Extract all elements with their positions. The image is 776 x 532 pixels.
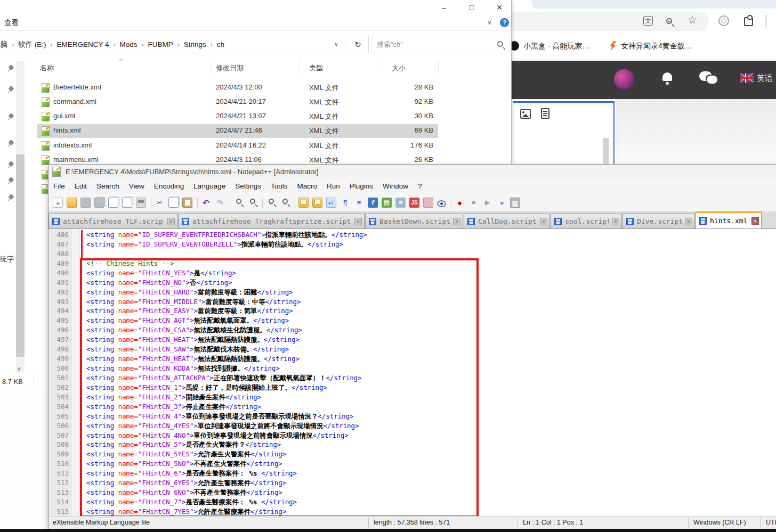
tab-attachfirehose-tlf-script[interactable]: attachfirehose_TLF.script✕ — [48, 214, 177, 228]
word-wrap-icon[interactable]: ↵ — [326, 198, 336, 208]
refresh-button[interactable]: ↻ — [347, 36, 369, 53]
menu-view[interactable]: View — [124, 179, 149, 193]
tab-hints-xml[interactable]: hints.xml✕ — [696, 211, 762, 228]
menu-file[interactable]: File — [48, 179, 70, 193]
menu-language[interactable]: Language — [189, 179, 230, 193]
language-selector[interactable]: 英语 — [757, 73, 773, 84]
menu-macro[interactable]: Macro — [293, 179, 322, 193]
zoom-out-icon[interactable]: − — [280, 198, 290, 208]
redo-icon[interactable]: ↷ — [215, 198, 225, 208]
tab-close-icon[interactable]: ✕ — [612, 218, 619, 225]
save-macro-icon[interactable]: ▦ — [510, 198, 520, 208]
ribbon-collapse-chevron-icon[interactable]: ∨ — [487, 19, 492, 26]
replace-icon[interactable] — [247, 198, 257, 208]
breadcrumb-chevron-icon[interactable]: › — [206, 41, 217, 48]
menu-[interactable]: ? — [413, 179, 427, 193]
breadcrumb-chevron-icon[interactable]: › — [7, 41, 18, 48]
document-tool-icon[interactable] — [541, 108, 549, 119]
menu-settings[interactable]: Settings — [230, 179, 266, 193]
stop-macro-icon[interactable]: ■ — [468, 198, 479, 208]
file-row[interactable]: command.xml2024/4/21 20:17XML 文件92 KB — [37, 95, 438, 109]
document-list-icon[interactable]: ≡ — [395, 198, 406, 208]
run-macro-multiple-icon[interactable]: » — [496, 198, 506, 208]
tab-calldog-script[interactable]: CallDog.script✕ — [464, 214, 550, 228]
tab-attachfirehose-tragkraftspritze-script[interactable]: attachfirehose_Tragkraftspritze.script✕ — [178, 214, 365, 228]
play-macro-icon[interactable]: ▶ — [482, 198, 492, 208]
pinned-item-icon[interactable] — [5, 193, 15, 203]
zoom-out-icon[interactable] — [666, 18, 672, 24]
menu-edit[interactable]: Edit — [70, 179, 92, 193]
user-avatar[interactable] — [614, 69, 634, 89]
column-date[interactable]: 修改日期 — [216, 63, 244, 73]
address-dropdown-icon[interactable]: ∨ — [334, 36, 338, 53]
pinned-item-icon[interactable] — [5, 85, 15, 95]
panel-scrollbar[interactable] — [603, 138, 609, 168]
tab-cool-script[interactable]: cool.script✕ — [551, 214, 622, 228]
breadcrumb-segment[interactable]: ch — [217, 40, 224, 48]
paste-icon[interactable] — [182, 198, 192, 208]
column-name[interactable]: 名称 — [40, 63, 54, 73]
menu-plugins[interactable]: Plugins — [345, 179, 378, 193]
notepadpp-titlebar[interactable]: E:\EMERGENCY 4\Mods\FUBMP\Strings\ch\hin… — [48, 165, 776, 179]
image-tool-icon[interactable] — [520, 109, 531, 119]
maximize-button[interactable]: □ — [459, 1, 484, 14]
tab-dive-script[interactable]: Dive.script✕ — [623, 214, 695, 228]
search-box[interactable]: 搜索"ch" — [371, 36, 510, 53]
menu-tools[interactable]: Tools — [266, 179, 293, 193]
indent-guide-icon[interactable]: ≡ — [354, 198, 364, 208]
file-row[interactable]: Bieberfelde.xml2024/4/3 12:00XML 文件28 KB — [37, 81, 438, 95]
breadcrumb-chevron-icon[interactable]: › — [138, 41, 148, 48]
pinned-item-icon[interactable] — [5, 176, 15, 186]
browser-tab[interactable] — [532, 0, 776, 9]
close-doc-icon[interactable] — [108, 198, 118, 208]
record-macro-icon[interactable]: ● — [455, 198, 465, 208]
messages-chat-icon[interactable] — [699, 71, 717, 84]
print-icon[interactable] — [136, 198, 146, 208]
save-all-icon[interactable] — [94, 198, 104, 208]
tab-close-icon[interactable]: ✕ — [453, 218, 460, 225]
find-icon[interactable] — [233, 198, 244, 208]
save-icon[interactable] — [80, 198, 91, 208]
tab-basketdown-script[interactable]: BasketDown.script✕ — [365, 214, 463, 228]
search-icon[interactable] — [497, 41, 503, 47]
document-map-icon[interactable]: ▤ — [382, 198, 392, 208]
sync-vertical-icon[interactable] — [298, 198, 309, 208]
code-editor[interactable]: 486<string name="ID_SUPERV_EVENTFRIEDRIC… — [48, 229, 776, 516]
cut-icon[interactable]: ✂ — [155, 198, 165, 208]
tab-close-icon[interactable]: ✕ — [540, 218, 547, 225]
breadcrumb-chevron-icon[interactable]: › — [46, 41, 57, 48]
close-all-docs-icon[interactable] — [122, 198, 132, 208]
breadcrumb-segment[interactable]: 电脑 — [0, 40, 7, 48]
menu-search[interactable]: Search — [92, 179, 124, 193]
breadcrumb-chevron-icon[interactable]: › — [109, 41, 120, 48]
file-row[interactable]: infotexts.xml2024/4/14 16:22XML 文件176 KB — [37, 139, 438, 153]
status-eol-format[interactable]: Windows (CR LF) — [693, 519, 746, 526]
tab-close-icon[interactable]: ✕ — [751, 217, 759, 225]
breadcrumb-segment[interactable]: 软件 (E:) — [18, 40, 46, 48]
undo-icon[interactable]: ↶ — [201, 198, 211, 208]
breadcrumb-segment[interactable]: FUBMP — [148, 40, 173, 48]
bookmark-item[interactable]: 女神异闻录4黄金版… — [621, 42, 692, 51]
project-folder-icon[interactable] — [423, 198, 433, 208]
pinned-item-icon[interactable] — [5, 138, 15, 149]
nav-scrollbar[interactable]: ∨ — [16, 61, 25, 377]
column-size[interactable]: 大小 — [392, 63, 406, 73]
open-file-icon[interactable] — [67, 198, 77, 208]
tab-close-icon[interactable]: ✕ — [167, 218, 175, 225]
scrollbar-thumb[interactable] — [16, 154, 25, 357]
show-all-characters-icon[interactable]: ¶ — [340, 198, 350, 208]
close-button[interactable]: ✕ — [487, 1, 512, 14]
file-row[interactable]: hints.xml2024/4/7 21:46XML 文件69 KB — [37, 124, 438, 138]
breadcrumb-chevron-icon[interactable]: › — [173, 41, 184, 48]
menu-view[interactable]: 查看 — [4, 18, 19, 28]
copy-icon[interactable] — [168, 198, 179, 208]
breadcrumb-segment[interactable]: Strings — [184, 40, 206, 48]
breadcrumb-segment[interactable]: EMERGENCY 4 — [57, 40, 109, 48]
breadcrumb[interactable]: 电脑›软件 (E:)›EMERGENCY 4›Mods›FUBMP›String… — [0, 36, 345, 53]
browser-address-bar[interactable] — [496, 12, 709, 31]
bookmark-star-icon[interactable]: ☆ — [688, 14, 697, 25]
profile-blob-icon[interactable] — [718, 15, 729, 26]
tab-close-icon[interactable]: ✕ — [354, 218, 362, 225]
sidebar-item-partial[interactable]: 统字 — [0, 255, 14, 264]
help-button[interactable]: ? — [500, 18, 509, 27]
